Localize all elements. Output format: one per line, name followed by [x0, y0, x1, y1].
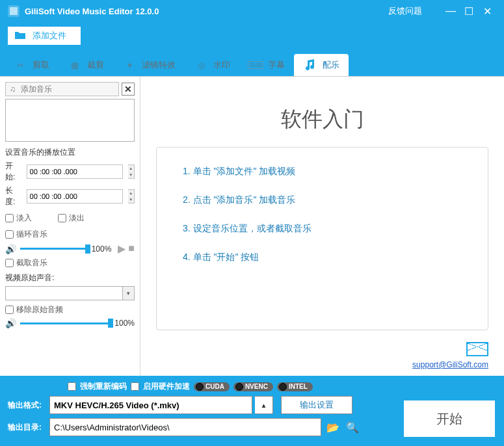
- tab-watermark[interactable]: ◎ 水印: [185, 54, 239, 76]
- hw-accel-checkbox[interactable]: [131, 382, 139, 391]
- play-button[interactable]: ▶: [118, 243, 126, 255]
- guide-step-1: 1. 单击 "添加文件" 加载视频: [183, 166, 462, 177]
- volume-icon: 🔊: [5, 244, 16, 254]
- content-area: 软件入门 1. 单击 "添加文件" 加载视频 2. 点击 "添加音乐" 加载音乐…: [140, 77, 504, 376]
- cuda-badge: CUDA: [194, 382, 230, 391]
- add-music-label: 添加音乐: [21, 84, 52, 95]
- original-volume-value: 100%: [114, 319, 135, 328]
- volume-icon: 🔊: [5, 318, 16, 328]
- tab-effect-label: 滤镜特效: [142, 59, 176, 71]
- remove-original-label: 移除原始音频: [16, 304, 63, 315]
- guide-title: 软件入门: [156, 105, 488, 134]
- tab-music-label: 配乐: [323, 59, 339, 71]
- chevron-down-icon: ▾: [122, 287, 134, 300]
- start-button[interactable]: 开始: [404, 400, 495, 437]
- fade-out-label: 淡出: [69, 213, 85, 224]
- music-icon: ♫: [10, 85, 16, 94]
- music-volume-slider[interactable]: [20, 244, 88, 254]
- dir-label: 输出目录:: [8, 422, 47, 433]
- tab-subtitle-label: 字幕: [268, 59, 285, 71]
- support-block: support@GiliSoft.com: [156, 342, 488, 369]
- music-volume-value: 100%: [92, 244, 112, 254]
- main-area: ♫ 添加音乐 ✕ 设置音乐的播放位置 开始: ▲▼ 长度: ▲▼ 淡入 淡出 循…: [0, 77, 504, 376]
- hw-accel-label: 启用硬件加速: [143, 381, 190, 392]
- app-title: GiliSoft Video Music Editor 12.0.0: [25, 7, 388, 16]
- title-bar: GiliSoft Video Music Editor 12.0.0 反馈问题 …: [0, 0, 504, 22]
- tab-subtitle[interactable]: SUB 字幕: [239, 54, 294, 76]
- fade-in-label: 淡入: [16, 213, 32, 224]
- tab-crop-label: 裁剪: [87, 59, 104, 71]
- remove-music-button[interactable]: ✕: [122, 83, 135, 96]
- add-file-label: 添加文件: [33, 30, 66, 42]
- music-note-icon: [303, 59, 317, 71]
- length-time-spinner[interactable]: ▲▼: [128, 189, 135, 203]
- music-list[interactable]: [5, 99, 135, 142]
- browse-folder-button[interactable]: 📂: [325, 421, 341, 434]
- format-label: 输出格式:: [8, 400, 47, 411]
- guide-box: 1. 单击 "添加文件" 加载视频 2. 点击 "添加音乐" 加载音乐 3. 设…: [156, 147, 488, 330]
- tab-cut[interactable]: ✂ 剪取: [4, 54, 59, 76]
- loop-label: 循环音乐: [16, 229, 47, 240]
- music-sidebar: ♫ 添加音乐 ✕ 设置音乐的播放位置 开始: ▲▼ 长度: ▲▼ 淡入 淡出 循…: [0, 77, 140, 376]
- tab-bar: ✂ 剪取 ▦ 裁剪 ✦ 滤镜特效 ◎ 水印 SUB 字幕 配乐: [0, 49, 504, 77]
- length-label: 长度:: [5, 185, 21, 207]
- force-reencode-checkbox[interactable]: [68, 382, 76, 391]
- app-logo-icon: [8, 5, 20, 17]
- feedback-link[interactable]: 反馈问题: [388, 5, 422, 17]
- original-audio-label: 视频原始声音:: [5, 272, 135, 283]
- start-label: 开始:: [5, 161, 21, 183]
- intel-badge: INTEL: [277, 382, 313, 391]
- length-time-input[interactable]: [27, 189, 123, 203]
- loop-checkbox[interactable]: [5, 230, 14, 239]
- guide-step-3: 3. 设定音乐位置，或者截取音乐: [183, 223, 462, 235]
- add-file-button[interactable]: 添加文件: [8, 27, 81, 45]
- guide-step-2: 2. 点击 "添加音乐" 加载音乐: [183, 194, 462, 206]
- start-time-input[interactable]: [27, 164, 123, 179]
- toolbar: 添加文件: [0, 22, 504, 49]
- fade-out-checkbox[interactable]: [58, 214, 66, 222]
- output-dir-input[interactable]: [49, 418, 321, 436]
- format-dropdown-button[interactable]: ▲: [255, 396, 273, 414]
- bottom-bar: 强制重新编码 启用硬件加速 CUDA NVENC INTEL 输出格式: MKV…: [0, 376, 504, 446]
- watermark-icon: ◎: [194, 59, 208, 71]
- add-music-button[interactable]: ♫ 添加音乐: [5, 82, 119, 96]
- position-section-label: 设置音乐的播放位置: [5, 147, 135, 158]
- folder-add-icon: [14, 31, 26, 42]
- original-volume-slider[interactable]: [20, 318, 111, 328]
- intercept-label: 截取音乐: [16, 257, 47, 269]
- original-audio-combo[interactable]: ▾: [5, 286, 135, 300]
- open-folder-button[interactable]: 🔍: [345, 421, 360, 434]
- minimize-button[interactable]: —: [442, 5, 460, 17]
- wand-icon: ✦: [122, 59, 137, 71]
- tab-effect[interactable]: ✦ 滤镜特效: [113, 54, 185, 76]
- format-combo[interactable]: MKV HEVC/H.265 Video (*.mkv): [49, 396, 252, 414]
- support-email-link[interactable]: support@GiliSoft.com: [156, 360, 488, 369]
- mail-icon: [466, 342, 488, 356]
- remove-original-checkbox[interactable]: [5, 306, 14, 314]
- maximize-button[interactable]: ☐: [460, 5, 478, 18]
- subtitle-icon: SUB: [248, 59, 263, 71]
- tab-crop[interactable]: ▦ 裁剪: [59, 54, 113, 76]
- start-time-spinner[interactable]: ▲▼: [128, 164, 135, 179]
- crop-icon: ▦: [68, 59, 82, 71]
- guide-step-4: 4. 单击 "开始" 按钮: [183, 252, 462, 263]
- force-reencode-label: 强制重新编码: [80, 381, 127, 392]
- tab-cut-label: 剪取: [33, 59, 49, 71]
- tab-watermark-label: 水印: [213, 59, 230, 71]
- svg-rect-0: [10, 7, 18, 15]
- tab-music[interactable]: 配乐: [294, 54, 349, 76]
- fade-in-checkbox[interactable]: [5, 214, 14, 222]
- scissors-icon: ✂: [13, 59, 27, 71]
- nvenc-badge: NVENC: [233, 382, 273, 391]
- output-settings-button[interactable]: 输出设置: [281, 396, 352, 414]
- intercept-checkbox[interactable]: [5, 259, 14, 267]
- stop-button[interactable]: ■: [128, 243, 135, 255]
- close-button[interactable]: ✕: [478, 5, 496, 18]
